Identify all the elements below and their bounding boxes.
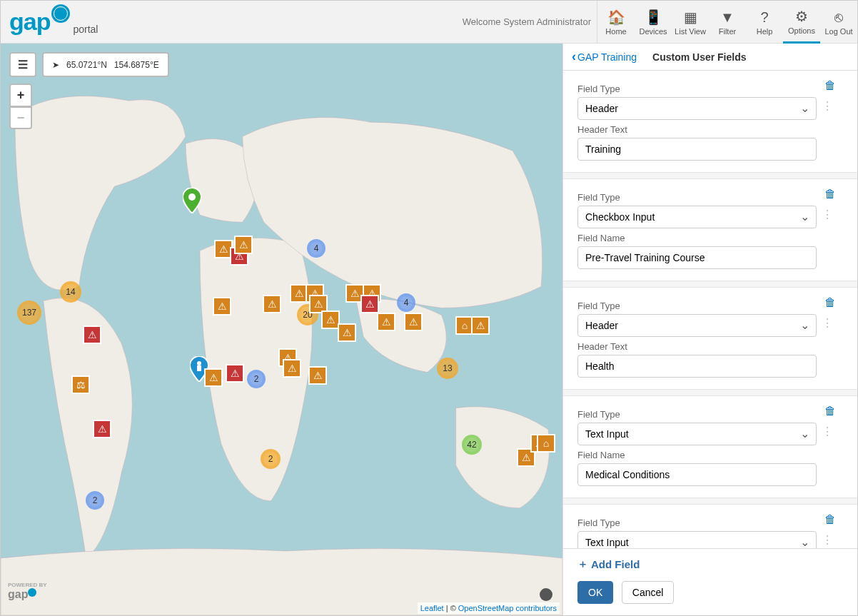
orange-alert-marker[interactable]: ⚠ [263,295,281,313]
panel-header: ‹ GAP Training Custom User Fields [563,44,857,71]
toolbar-devices[interactable]: 📱Devices [635,1,672,44]
cluster-marker[interactable]: 2 [261,449,281,469]
orange-alert-marker[interactable]: ⚠ [377,313,395,331]
cluster-marker[interactable]: 2 [86,491,104,510]
field-type-select[interactable]: Header [577,314,817,337]
drag-handle-icon[interactable]: ⋮ [822,99,833,113]
field-card: 🗑⋮Field TypeText InputField Name [563,395,857,498]
ok-button[interactable]: OK [577,581,613,604]
field-second-label: Field Name [577,450,843,460]
field-value-input[interactable] [577,463,817,486]
orange-house-marker[interactable]: ⌂ [537,434,555,453]
red-alert-marker[interactable]: ⚠ [93,420,111,438]
cancel-button[interactable]: Cancel [622,581,675,604]
drag-handle-icon[interactable]: ⋮ [822,316,833,330]
zoom-out-button[interactable]: − [9,106,32,129]
trash-icon[interactable]: 🗑 [824,296,836,309]
alert-icon: ⚖ [71,375,90,394]
field-value-input[interactable] [577,246,817,269]
alert-icon: ⚠ [471,316,490,335]
pie-chart-icon[interactable] [540,588,552,601]
coordinate-display: ➤ 65.0721°N 154.6875°E [42,52,169,77]
trash-icon[interactable]: 🗑 [824,79,836,92]
side-panel: ‹ GAP Training Custom User Fields 🗑⋮Fiel… [563,44,857,615]
field-second-label: Header Text [577,341,843,352]
trash-icon[interactable]: 🗑 [824,188,836,201]
alert-icon: ⚠ [83,325,101,344]
red-alert-marker[interactable]: ⚠ [226,364,244,383]
cluster-marker[interactable]: 13 [437,358,458,379]
teardrop-green-marker[interactable] [183,188,201,213]
cluster-marker[interactable]: 4 [397,293,415,312]
field-type-label: Field Type [577,517,843,528]
filter-icon: ▼ [720,9,735,26]
devices-icon: 📱 [645,9,662,26]
alert-icon: ⌂ [537,434,555,453]
alert-icon: ⚠ [360,295,379,313]
alert-icon: ⚠ [263,295,281,313]
field-value-input[interactable] [577,355,817,378]
cluster-marker[interactable]: 137 [17,301,41,325]
drag-handle-icon[interactable]: ⋮ [822,533,833,547]
powered-by-logo: POWERED BY gap [8,582,47,601]
svg-point-2 [197,361,201,365]
cluster-marker[interactable]: 4 [307,239,325,258]
panel-body[interactable]: 🗑⋮Field TypeHeaderHeader Text🗑⋮Field Typ… [563,71,857,548]
latitude: 65.0721°N [66,60,107,70]
alert-icon: ⚠ [234,236,253,254]
alert-icon: ⚠ [226,364,244,383]
map-attribution: Leaflet | © OpenStreetMap contributors [418,602,560,614]
zoom-in-button[interactable]: + [9,84,32,106]
main-toolbar: 🏠Home📱Devices▦List View▼Filter?Help⚙Opti… [597,1,857,43]
trash-icon[interactable]: 🗑 [824,513,836,526]
orange-alert-marker[interactable]: ⚠ [338,323,356,342]
welcome-text: Welcome System Administrator [463,16,591,27]
toolbar-list-view[interactable]: ▦List View [672,1,709,44]
orange-alert-marker[interactable]: ⚠ [308,366,327,385]
red-alert-marker[interactable]: ⚠ [83,325,101,344]
toolbar-help[interactable]: ?Help [746,1,783,44]
add-field-button[interactable]: ＋ Add Field [577,557,640,571]
osm-link[interactable]: OpenStreetMap contributors [458,604,557,612]
field-type-label: Field Type [577,84,843,94]
log-out-icon: ⎋ [834,9,843,26]
orange-alert-marker[interactable]: ⚠ [234,236,253,254]
orange-alert-marker[interactable]: ⚠ [404,313,423,331]
field-type-select[interactable]: Header [577,97,817,120]
longitude: 154.6875°E [114,60,159,70]
orange-alert-marker[interactable]: ⚠ [213,297,231,315]
logo-subtitle: portal [73,24,98,35]
orange-alert-marker[interactable]: ⚠ [204,368,223,387]
map-area[interactable]: ☰ ➤ 65.0721°N 154.6875°E + − 13714420421… [1,44,563,615]
cluster-marker[interactable]: 42 [462,435,482,455]
panel-title: Custom User Fields [652,51,746,63]
field-type-select[interactable]: Text Input [577,423,817,445]
field-value-input[interactable] [577,138,817,161]
toolbar-home[interactable]: 🏠Home [597,1,635,44]
toolbar-options[interactable]: ⚙Options [783,1,820,44]
cluster-marker[interactable]: 2 [247,370,266,388]
orange-alert-marker[interactable]: ⚠ [283,359,301,378]
drag-handle-icon[interactable]: ⋮ [822,208,833,221]
options-icon: ⚙ [795,8,808,25]
toolbar-log-out[interactable]: ⎋Log Out [820,1,857,44]
toolbar-filter[interactable]: ▼Filter [709,1,746,44]
field-type-select[interactable]: Checkbox Input [577,206,817,228]
red-alert-marker[interactable]: ⚠ [360,295,379,313]
drag-handle-icon[interactable]: ⋮ [822,425,833,438]
map-menu-button[interactable]: ☰ [9,52,36,77]
list-view-icon: ▦ [684,9,697,26]
zoom-control: + − [9,84,32,129]
orange-court-marker[interactable]: ⚖ [71,375,90,394]
cluster-marker[interactable]: 14 [60,281,81,303]
alert-icon: ⚠ [338,323,356,342]
globe-icon [51,4,70,23]
chevron-left-icon: ‹ [572,49,576,64]
field-type-select[interactable]: Text Input [577,531,817,548]
back-button[interactable]: ‹ GAP Training [572,49,637,64]
trash-icon[interactable]: 🗑 [824,405,836,418]
plus-icon: ＋ [577,557,588,571]
leaflet-link[interactable]: Leaflet [420,604,444,612]
field-card: 🗑⋮Field TypeHeaderHeader Text [563,287,857,390]
orange-alert-marker[interactable]: ⚠ [471,316,490,335]
